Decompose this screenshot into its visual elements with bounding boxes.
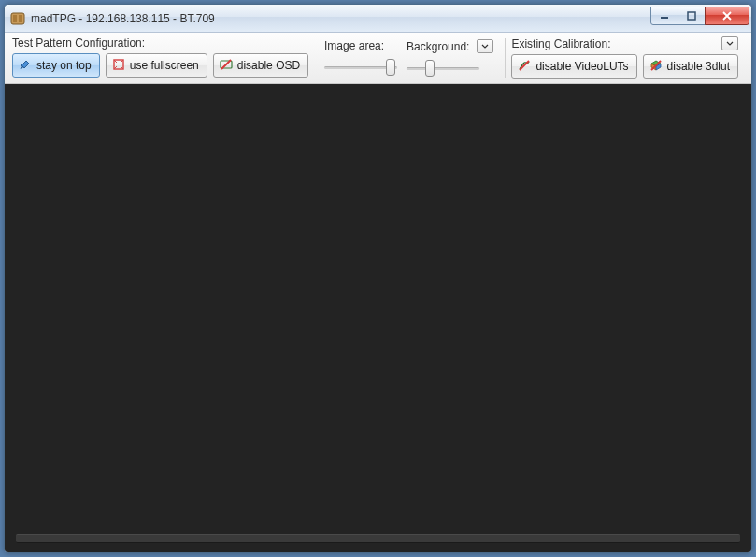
- disable-videoluts-button[interactable]: disable VideoLUTs: [511, 54, 636, 79]
- window-title: madTPG - 192.168.138.115 - BT.709: [31, 12, 651, 25]
- status-bar: [16, 534, 740, 543]
- calibration-label: Existing Calibration:: [511, 37, 610, 50]
- fullscreen-icon: [112, 58, 125, 74]
- calibration-section: Existing Calibration: disable VideoLUTs: [511, 33, 744, 83]
- image-area-label: Image area:: [324, 39, 384, 52]
- maximize-icon: [687, 11, 696, 21]
- use-fullscreen-button[interactable]: use fullscreen: [106, 53, 207, 78]
- svg-rect-1: [13, 15, 17, 22]
- app-window: madTPG - 192.168.138.115 - BT.709 Test P…: [4, 4, 752, 553]
- window-controls: [651, 7, 749, 25]
- minimize-icon: [660, 11, 669, 21]
- toolbar: Test Pattern Configuration: stay on top …: [5, 33, 751, 84]
- disable-videoluts-label: disable VideoLUTs: [535, 60, 628, 73]
- 3dlut-off-icon: [649, 59, 663, 75]
- sliders-section: Image area: Background:: [314, 33, 499, 83]
- slider-thumb[interactable]: [425, 60, 435, 77]
- calibration-dropdown-button[interactable]: [721, 36, 738, 50]
- close-icon: [721, 11, 733, 21]
- svg-line-5: [21, 66, 23, 69]
- slider-thumb[interactable]: [386, 59, 395, 76]
- slider-track: [407, 67, 479, 70]
- osd-off-icon: [220, 58, 233, 74]
- disable-3dlut-button[interactable]: disable 3dlut: [643, 54, 738, 79]
- disable-3dlut-label: disable 3dlut: [667, 60, 730, 73]
- test-pattern-label: Test Pattern Configuration:: [12, 36, 308, 50]
- background-label: Background:: [407, 40, 469, 53]
- use-fullscreen-label: use fullscreen: [130, 59, 199, 72]
- minimize-button[interactable]: [650, 7, 678, 25]
- image-area-slider[interactable]: [324, 56, 397, 79]
- svg-rect-3: [661, 17, 668, 19]
- disable-osd-button[interactable]: disable OSD: [213, 53, 308, 78]
- chevron-down-icon: [726, 41, 734, 47]
- svg-rect-2: [19, 15, 22, 22]
- maximize-button[interactable]: [678, 7, 706, 25]
- chevron-down-icon: [481, 44, 489, 50]
- pin-icon: [19, 58, 32, 74]
- svg-rect-4: [688, 12, 695, 20]
- app-icon: [10, 11, 25, 26]
- disable-osd-label: disable OSD: [237, 59, 300, 72]
- test-pattern-section: Test Pattern Configuration: stay on top …: [12, 33, 314, 83]
- stay-on-top-button[interactable]: stay on top: [12, 53, 100, 78]
- background-slider[interactable]: [407, 57, 479, 79]
- background-dropdown-button[interactable]: [477, 39, 493, 53]
- videoluts-off-icon: [518, 59, 531, 75]
- section-divider: [505, 38, 506, 78]
- close-button[interactable]: [705, 7, 749, 25]
- title-bar[interactable]: madTPG - 192.168.138.115 - BT.709: [5, 5, 751, 33]
- preview-area: [5, 84, 751, 552]
- stay-on-top-label: stay on top: [36, 59, 92, 72]
